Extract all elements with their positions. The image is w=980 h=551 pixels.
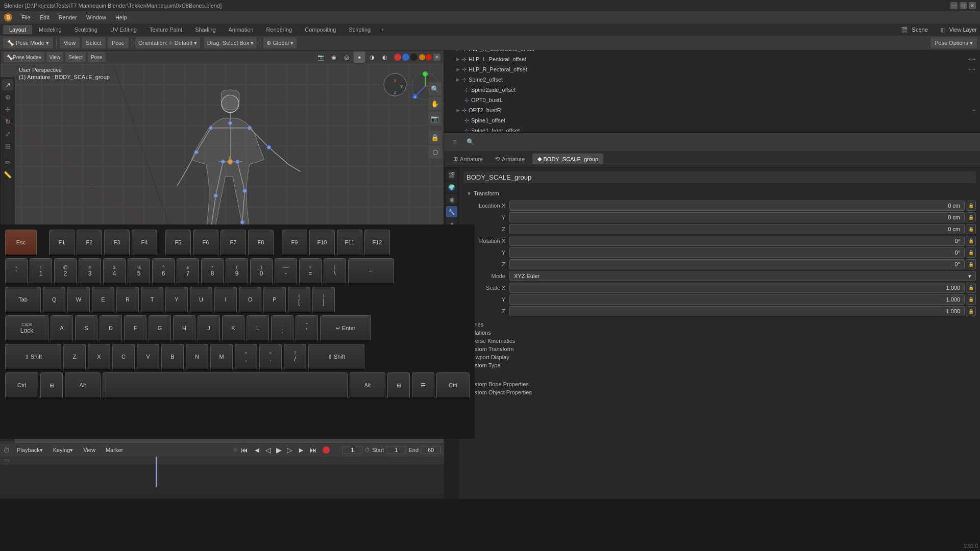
- key-backslash[interactable]: | \: [324, 258, 346, 285]
- scale-x-lock-btn[interactable]: 🔒: [966, 283, 976, 293]
- keying-dropdown[interactable]: Keying▾: [50, 446, 77, 455]
- key-f9[interactable]: F9: [282, 230, 307, 256]
- step-forward-btn[interactable]: ▷: [285, 446, 294, 454]
- subsection-relations[interactable]: Relations: [463, 329, 976, 337]
- key-lbracket[interactable]: { [: [288, 287, 310, 313]
- rotation-y-lock-btn[interactable]: 🔒: [966, 247, 976, 258]
- timeline-track[interactable]: 20: [0, 457, 444, 487]
- marker-btn[interactable]: Marker: [103, 446, 126, 454]
- key-lctrl[interactable]: Ctrl: [5, 372, 38, 399]
- scale-x-field[interactable]: 1.000: [509, 283, 965, 293]
- vp-rendered-icon[interactable]: ◐: [379, 52, 390, 63]
- key-p[interactable]: P: [263, 287, 286, 313]
- key-i[interactable]: I: [214, 287, 237, 313]
- scene-name[interactable]: Scene: [912, 27, 928, 33]
- location-y-lock-btn[interactable]: 🔒: [966, 212, 976, 222]
- vp-render-icon[interactable]: ◉: [328, 52, 339, 63]
- minimize-button[interactable]: —: [950, 2, 958, 9]
- location-y-field[interactable]: 0 cm: [509, 212, 965, 222]
- object-icon[interactable]: ⬡: [428, 145, 442, 159]
- key-minus[interactable]: — -: [275, 258, 297, 285]
- tab-scripting[interactable]: Scripting: [342, 25, 377, 34]
- key-lshift[interactable]: ⇧ Shift: [5, 344, 61, 370]
- key-comma[interactable]: < ,: [235, 344, 257, 370]
- maximize-button[interactable]: □: [960, 2, 967, 9]
- subsection-inverse-kinematics[interactable]: Inverse Kinematics: [463, 337, 976, 345]
- key-a[interactable]: A: [51, 315, 73, 342]
- key-capslock[interactable]: Caps Lock: [5, 315, 48, 342]
- rotation-y-field[interactable]: 0°: [509, 247, 965, 258]
- key-7[interactable]: & 7: [177, 258, 199, 285]
- key-t[interactable]: T: [141, 287, 163, 313]
- pan-icon[interactable]: ✋: [428, 97, 442, 110]
- tab-uv-editing[interactable]: UV Editing: [104, 25, 143, 34]
- key-b[interactable]: B: [161, 344, 184, 370]
- menu-edit[interactable]: Edit: [36, 13, 54, 21]
- key-f1[interactable]: F1: [49, 230, 75, 256]
- scale-tool-icon[interactable]: ⤢: [2, 128, 13, 139]
- key-rshift[interactable]: ⇧ Shift: [308, 344, 364, 370]
- close-button[interactable]: ✕: [969, 2, 976, 9]
- key-quote[interactable]: " ': [296, 315, 318, 342]
- vp-select-btn[interactable]: Select: [65, 52, 86, 62]
- key-c[interactable]: C: [112, 344, 135, 370]
- key-f12[interactable]: F12: [364, 230, 390, 256]
- key-f6[interactable]: F6: [193, 230, 218, 256]
- menu-window[interactable]: Window: [82, 13, 110, 21]
- key-8[interactable]: * 8: [201, 258, 224, 285]
- rotation-mode-dropdown[interactable]: XYZ Euler ▾: [509, 271, 976, 281]
- location-x-lock-btn[interactable]: 🔒: [966, 201, 976, 211]
- viewport-close-btn[interactable]: ✕: [433, 54, 440, 61]
- orientation-dropdown[interactable]: Orientation: ⊹ Default ▾: [135, 37, 200, 48]
- expand-icon[interactable]: ▶: [456, 108, 460, 113]
- subsection-custom-obj-props[interactable]: Custom Object Properties: [463, 388, 976, 396]
- current-frame-field[interactable]: 1: [342, 446, 362, 454]
- key-x[interactable]: X: [88, 344, 110, 370]
- measure-tool-icon[interactable]: 📏: [2, 169, 13, 180]
- subsection-viewport-display[interactable]: Viewport Display: [463, 353, 976, 361]
- tab-layout[interactable]: Layout: [3, 25, 32, 34]
- outliner-item[interactable]: ▶ ⊹ Spine2_offset: [444, 74, 980, 85]
- location-z-field[interactable]: 0 cm: [509, 224, 965, 234]
- key-1[interactable]: ! 1: [30, 258, 52, 285]
- camera-view-icon[interactable]: 📷: [428, 112, 442, 125]
- tab-texture-paint[interactable]: Texture Paint: [143, 25, 188, 34]
- scale-y-lock-btn[interactable]: 🔒: [966, 294, 976, 305]
- key-space[interactable]: [103, 372, 348, 399]
- select-tool-icon[interactable]: ↗: [2, 79, 13, 90]
- view-menu-btn[interactable]: View: [60, 37, 80, 48]
- location-x-field[interactable]: 0 cm: [509, 201, 965, 211]
- key-o[interactable]: O: [239, 287, 261, 313]
- playback-dropdown[interactable]: Playback▾: [14, 446, 46, 455]
- key-period[interactable]: > .: [259, 344, 282, 370]
- rotate-tool-icon[interactable]: ↻: [2, 116, 13, 127]
- vp-mode-btn[interactable]: 🦴 Pose Mode ▾: [4, 52, 44, 62]
- rotation-x-field[interactable]: 0°: [509, 236, 965, 246]
- rotation-x-lock-btn[interactable]: 🔒: [966, 236, 976, 246]
- key-u[interactable]: U: [190, 287, 212, 313]
- scale-y-field[interactable]: 1.000: [509, 294, 965, 305]
- prop-tab-armature[interactable]: ⟲ Armature: [490, 154, 530, 164]
- jump-end-btn[interactable]: ⏭: [308, 446, 318, 454]
- key-5[interactable]: % 5: [128, 258, 150, 285]
- key-menu[interactable]: ☰: [412, 372, 434, 399]
- key-y[interactable]: Y: [165, 287, 188, 313]
- timeline-view-btn[interactable]: View: [80, 446, 99, 454]
- transform-tool-icon[interactable]: ⊞: [2, 140, 13, 152]
- outliner-item[interactable]: ⊹ OPT0_bustL: [444, 95, 980, 105]
- key-rwin[interactable]: ⊞: [387, 372, 410, 399]
- key-tab[interactable]: Tab: [5, 287, 41, 313]
- expand-icon[interactable]: ▶: [456, 77, 460, 82]
- key-f2[interactable]: F2: [77, 230, 102, 256]
- key-equals[interactable]: + =: [299, 258, 322, 285]
- key-6[interactable]: ^ 6: [152, 258, 175, 285]
- prop-tab-bone-group[interactable]: ◆ BODY_SCALE_group: [532, 154, 604, 164]
- play-btn[interactable]: ▶: [275, 446, 283, 454]
- key-backspace[interactable]: ←: [348, 258, 394, 285]
- key-f[interactable]: F: [124, 315, 146, 342]
- vp-material-icon[interactable]: ◑: [366, 52, 378, 63]
- key-s[interactable]: S: [75, 315, 97, 342]
- key-n[interactable]: N: [186, 344, 208, 370]
- key-f10[interactable]: F10: [309, 230, 335, 256]
- rotation-z-lock-btn[interactable]: 🔒: [966, 259, 976, 269]
